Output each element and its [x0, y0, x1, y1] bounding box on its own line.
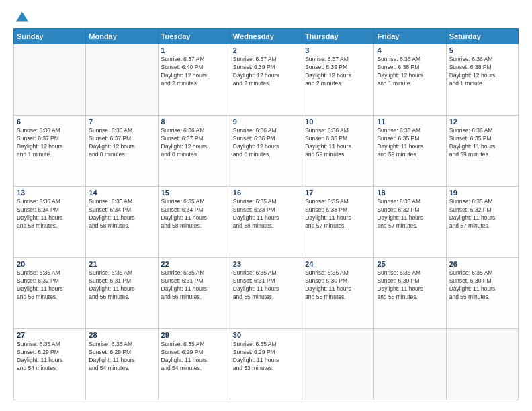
table-row: 27Sunrise: 6:35 AM Sunset: 6:29 PM Dayli… [14, 329, 86, 400]
day-number: 18 [377, 189, 443, 197]
day-info: Sunrise: 6:36 AM Sunset: 6:35 PM Dayligh… [449, 127, 515, 159]
day-number: 16 [233, 189, 299, 197]
day-info: Sunrise: 6:35 AM Sunset: 6:34 PM Dayligh… [161, 198, 227, 230]
day-info: Sunrise: 6:36 AM Sunset: 6:37 PM Dayligh… [17, 127, 83, 159]
table-row: 3Sunrise: 6:37 AM Sunset: 6:39 PM Daylig… [302, 44, 374, 116]
day-info: Sunrise: 6:37 AM Sunset: 6:39 PM Dayligh… [305, 56, 371, 88]
calendar-header-row: Sunday Monday Tuesday Wednesday Thursday… [14, 29, 519, 44]
day-number: 8 [161, 118, 227, 126]
header-wednesday: Wednesday [230, 29, 302, 44]
day-info: Sunrise: 6:36 AM Sunset: 6:37 PM Dayligh… [89, 127, 154, 159]
day-info: Sunrise: 6:35 AM Sunset: 6:32 PM Dayligh… [17, 269, 83, 302]
table-row: 11Sunrise: 6:36 AM Sunset: 6:35 PM Dayli… [374, 116, 446, 187]
calendar-week-row: 27Sunrise: 6:35 AM Sunset: 6:29 PM Dayli… [14, 329, 519, 400]
day-info: Sunrise: 6:35 AM Sunset: 6:33 PM Dayligh… [305, 198, 371, 230]
day-number: 27 [17, 331, 83, 339]
header-thursday: Thursday [302, 29, 374, 44]
day-info: Sunrise: 6:35 AM Sunset: 6:31 PM Dayligh… [233, 269, 299, 302]
day-number: 17 [305, 189, 371, 197]
table-row [14, 44, 86, 116]
day-info: Sunrise: 6:35 AM Sunset: 6:34 PM Dayligh… [89, 198, 154, 230]
table-row [86, 44, 158, 116]
day-info: Sunrise: 6:35 AM Sunset: 6:34 PM Dayligh… [17, 198, 83, 230]
day-info: Sunrise: 6:35 AM Sunset: 6:31 PM Dayligh… [89, 269, 154, 302]
day-info: Sunrise: 6:35 AM Sunset: 6:29 PM Dayligh… [17, 340, 83, 373]
day-info: Sunrise: 6:36 AM Sunset: 6:36 PM Dayligh… [305, 127, 371, 159]
day-number: 12 [449, 118, 515, 126]
day-number: 25 [377, 260, 443, 268]
table-row: 10Sunrise: 6:36 AM Sunset: 6:36 PM Dayli… [302, 116, 374, 187]
day-number: 5 [449, 46, 515, 54]
table-row: 23Sunrise: 6:35 AM Sunset: 6:31 PM Dayli… [230, 258, 302, 329]
day-number: 3 [305, 46, 371, 54]
table-row: 29Sunrise: 6:35 AM Sunset: 6:29 PM Dayli… [158, 329, 230, 400]
header-saturday: Saturday [446, 29, 518, 44]
day-number: 14 [89, 189, 154, 197]
table-row: 24Sunrise: 6:35 AM Sunset: 6:30 PM Dayli… [302, 258, 374, 329]
day-info: Sunrise: 6:36 AM Sunset: 6:38 PM Dayligh… [449, 56, 515, 88]
day-number: 10 [305, 118, 371, 126]
svg-marker-0 [16, 12, 28, 22]
header-tuesday: Tuesday [158, 29, 230, 44]
calendar-week-row: 6Sunrise: 6:36 AM Sunset: 6:37 PM Daylig… [14, 116, 519, 187]
page: Sunday Monday Tuesday Wednesday Thursday… [0, 0, 532, 411]
day-number: 9 [233, 118, 299, 126]
day-info: Sunrise: 6:35 AM Sunset: 6:30 PM Dayligh… [305, 269, 371, 302]
calendar-week-row: 20Sunrise: 6:35 AM Sunset: 6:32 PM Dayli… [14, 258, 519, 329]
table-row: 9Sunrise: 6:36 AM Sunset: 6:36 PM Daylig… [230, 116, 302, 187]
day-number: 24 [305, 260, 371, 268]
day-info: Sunrise: 6:36 AM Sunset: 6:35 PM Dayligh… [377, 127, 443, 159]
day-info: Sunrise: 6:35 AM Sunset: 6:31 PM Dayligh… [161, 269, 227, 302]
day-number: 13 [17, 189, 83, 197]
day-number: 6 [17, 118, 83, 126]
day-number: 22 [161, 260, 227, 268]
day-info: Sunrise: 6:35 AM Sunset: 6:29 PM Dayligh… [161, 340, 227, 373]
day-number: 29 [161, 331, 227, 339]
table-row: 5Sunrise: 6:36 AM Sunset: 6:38 PM Daylig… [446, 44, 518, 116]
table-row: 13Sunrise: 6:35 AM Sunset: 6:34 PM Dayli… [14, 187, 86, 258]
header-friday: Friday [374, 29, 446, 44]
day-info: Sunrise: 6:35 AM Sunset: 6:30 PM Dayligh… [449, 269, 515, 302]
table-row [374, 329, 446, 400]
table-row: 4Sunrise: 6:36 AM Sunset: 6:38 PM Daylig… [374, 44, 446, 116]
day-info: Sunrise: 6:35 AM Sunset: 6:30 PM Dayligh… [377, 269, 443, 302]
day-info: Sunrise: 6:37 AM Sunset: 6:39 PM Dayligh… [233, 56, 299, 88]
day-info: Sunrise: 6:35 AM Sunset: 6:29 PM Dayligh… [89, 340, 154, 373]
table-row: 12Sunrise: 6:36 AM Sunset: 6:35 PM Dayli… [446, 116, 518, 187]
day-info: Sunrise: 6:36 AM Sunset: 6:36 PM Dayligh… [233, 127, 299, 159]
logo [13, 11, 30, 23]
table-row: 28Sunrise: 6:35 AM Sunset: 6:29 PM Dayli… [86, 329, 158, 400]
day-info: Sunrise: 6:36 AM Sunset: 6:38 PM Dayligh… [377, 56, 443, 88]
header [13, 11, 519, 23]
table-row: 15Sunrise: 6:35 AM Sunset: 6:34 PM Dayli… [158, 187, 230, 258]
day-info: Sunrise: 6:35 AM Sunset: 6:32 PM Dayligh… [449, 198, 515, 230]
table-row: 19Sunrise: 6:35 AM Sunset: 6:32 PM Dayli… [446, 187, 518, 258]
header-sunday: Sunday [14, 29, 86, 44]
day-info: Sunrise: 6:37 AM Sunset: 6:40 PM Dayligh… [161, 56, 227, 88]
table-row: 14Sunrise: 6:35 AM Sunset: 6:34 PM Dayli… [86, 187, 158, 258]
table-row: 7Sunrise: 6:36 AM Sunset: 6:37 PM Daylig… [86, 116, 158, 187]
calendar-week-row: 1Sunrise: 6:37 AM Sunset: 6:40 PM Daylig… [14, 44, 519, 116]
table-row: 20Sunrise: 6:35 AM Sunset: 6:32 PM Dayli… [14, 258, 86, 329]
table-row: 21Sunrise: 6:35 AM Sunset: 6:31 PM Dayli… [86, 258, 158, 329]
table-row: 8Sunrise: 6:36 AM Sunset: 6:37 PM Daylig… [158, 116, 230, 187]
day-number: 30 [233, 331, 299, 339]
calendar-week-row: 13Sunrise: 6:35 AM Sunset: 6:34 PM Dayli… [14, 187, 519, 258]
day-number: 21 [89, 260, 154, 268]
day-number: 19 [449, 189, 515, 197]
logo-icon [15, 11, 30, 26]
table-row: 6Sunrise: 6:36 AM Sunset: 6:37 PM Daylig… [14, 116, 86, 187]
calendar-table: Sunday Monday Tuesday Wednesday Thursday… [13, 28, 519, 400]
table-row: 22Sunrise: 6:35 AM Sunset: 6:31 PM Dayli… [158, 258, 230, 329]
table-row: 18Sunrise: 6:35 AM Sunset: 6:32 PM Dayli… [374, 187, 446, 258]
table-row: 16Sunrise: 6:35 AM Sunset: 6:33 PM Dayli… [230, 187, 302, 258]
table-row: 25Sunrise: 6:35 AM Sunset: 6:30 PM Dayli… [374, 258, 446, 329]
table-row [446, 329, 518, 400]
day-info: Sunrise: 6:35 AM Sunset: 6:29 PM Dayligh… [233, 340, 299, 373]
header-monday: Monday [86, 29, 158, 44]
day-number: 1 [161, 46, 227, 54]
day-info: Sunrise: 6:35 AM Sunset: 6:33 PM Dayligh… [233, 198, 299, 230]
table-row: 26Sunrise: 6:35 AM Sunset: 6:30 PM Dayli… [446, 258, 518, 329]
day-number: 2 [233, 46, 299, 54]
day-number: 28 [89, 331, 154, 339]
